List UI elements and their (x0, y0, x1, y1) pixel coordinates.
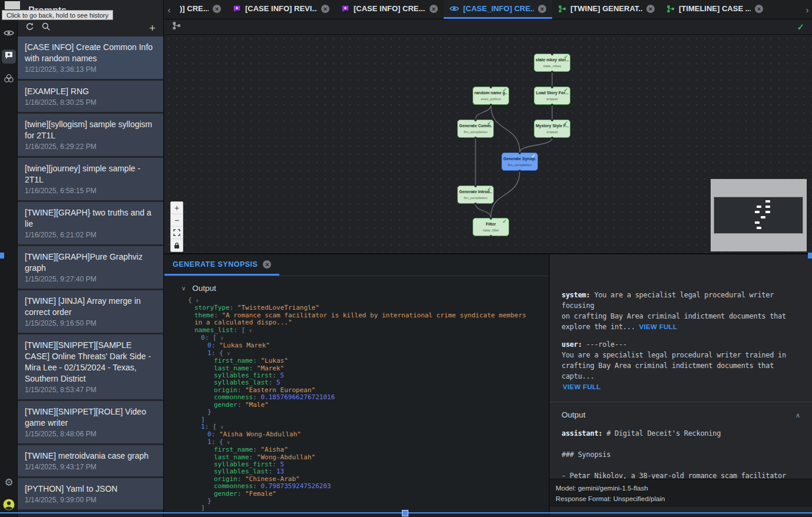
prompt-title: [TWINE][GRAPH]Pure Graphviz graph (25, 251, 156, 274)
tab-label: )] CRE... (180, 4, 209, 13)
graph-node-gen_common[interactable]: ✓Generate Comm...llm_completion (457, 120, 494, 138)
tab-bar: ‹ )] CRE...×[CASE INFO] REVI...×[CASE IN… (164, 0, 812, 19)
view-full-link[interactable]: VIEW FULL (563, 382, 806, 392)
tab-close-icon[interactable]: × (646, 5, 655, 13)
prompt-list-item[interactable]: [TWINE] [JINJA] Array merge in correct o… (18, 290, 163, 333)
json-line: 0: [ ∨ (188, 334, 549, 342)
tab-close-icon[interactable]: × (430, 5, 438, 13)
eye-icon (4, 28, 14, 39)
graph-node-mystery_style[interactable]: ✓Mystery Style F...snippet (534, 120, 570, 138)
prompt-list-item[interactable]: [TWINE][GRAPH} two truths and a lie1/16/… (18, 202, 163, 244)
minimap-node (755, 211, 760, 213)
node-check-icon: ✓ (563, 87, 568, 93)
tab-5[interactable]: [TIMELINE] CASE ...× (661, 0, 769, 19)
graph-check-icon: ✓ (797, 22, 804, 32)
minimap-node (755, 221, 760, 224)
graph-node-state_mkey[interactable]: ✓state mkey stor...state_mkey (534, 54, 570, 72)
prompts-nav-button[interactable] (2, 49, 16, 64)
minimap-node (765, 200, 770, 203)
graph-node-filter[interactable]: ✓Filterstate_filter (473, 218, 509, 236)
knot-nav-button[interactable] (2, 72, 16, 87)
zoom-out-button[interactable]: − (171, 214, 183, 227)
resize-handle[interactable] (402, 510, 408, 516)
chat-plus-icon (4, 51, 14, 62)
system-role-label: system: (562, 291, 590, 299)
node-title: Filter (486, 221, 496, 227)
tab-close-icon[interactable]: × (321, 5, 329, 13)
json-line: } (188, 498, 549, 505)
tab-2[interactable]: [CASE INFO] CRE...× (335, 0, 444, 19)
prompt-list: [CASE INFO] Create Common Info with rand… (18, 37, 163, 517)
tab-4[interactable]: [TWINE] GENERAT...× (552, 0, 661, 19)
prompt-list-item[interactable]: [PYTHON] Yaml to JSON1/14/2025, 9:39:00 … (18, 478, 163, 509)
node-check-icon: ✓ (487, 186, 491, 192)
pipeline-icon[interactable] (172, 21, 181, 32)
tab-label: [CASE INFO] CRE... (354, 4, 425, 13)
prompt-list-item[interactable]: [twine][syllogism] sample syllogism for … (18, 114, 163, 156)
assistant-role-label: assistant: (562, 429, 602, 438)
prompt-list-item[interactable]: [EXAMPLE] RNG1/16/2025, 8:30:25 PM (18, 81, 163, 112)
json-line: 1: { ∨ (188, 350, 549, 357)
graph-node-load_story[interactable]: ✓Load Story For...snippet (534, 87, 570, 105)
viewer-nav-button[interactable] (2, 26, 16, 41)
tabs-scroll-right-icon[interactable]: › (803, 0, 812, 19)
minimap-node (765, 206, 770, 208)
node-subtitle: llm_completion (464, 195, 487, 200)
tab-0[interactable]: )] CRE...× (174, 0, 227, 19)
view-full-link[interactable]: VIEW FULL (639, 323, 678, 330)
main-area: ‹ )] CRE...×[CASE INFO] REVI...×[CASE IN… (164, 0, 812, 517)
prompt-list-item[interactable]: [TWINE][SNIPPET][SAMPLE CASE] Online Thr… (18, 334, 163, 399)
prompt-list-item[interactable]: [twine][journey] simple sample - 2T1L1/1… (18, 158, 163, 200)
prompt-timestamp: 1/14/2025, 9:43:17 PM (25, 463, 156, 472)
prompt-list-item[interactable]: [TWINE] metroidvania case graph1/14/2025… (18, 445, 163, 476)
tab-close-icon[interactable]: × (755, 5, 763, 13)
json-line: } (188, 409, 549, 416)
panel-tab-close-icon[interactable]: × (263, 260, 271, 269)
minimap-node (761, 216, 765, 218)
output-json: { ∨storyType: "TwistedLoveTriangle"theme… (164, 297, 549, 512)
chevron-up-icon[interactable]: ∧ (796, 410, 800, 420)
tabs-scroll-left-icon[interactable]: ‹ (164, 0, 174, 19)
tab-close-icon[interactable]: × (213, 5, 221, 13)
collapse-caret-icon[interactable]: ∨ (181, 285, 186, 291)
prompt-list-item[interactable]: [TWINE][SNIPPET][ROLE] Video game writer… (18, 401, 163, 443)
prompt-list-item[interactable]: [TWINE][GRAPH]Pure Graphviz graph1/15/20… (18, 246, 163, 289)
prompt-timestamp: 1/16/2025, 8:30:25 PM (25, 98, 156, 107)
prompt-title: [TWINE][GRAPH} two truths and a lie (25, 207, 156, 230)
back-button[interactable] (5, 1, 20, 9)
settings-button[interactable]: ⚙ (2, 475, 16, 489)
prompt-icon (233, 5, 241, 13)
prompt-list-item[interactable]: [CASE INFO] Create Common Info with rand… (18, 37, 163, 79)
tab-close-icon[interactable]: × (538, 5, 546, 13)
graph-node-gen_intro[interactable]: ✓Generate Introd...llm_completion (457, 185, 494, 204)
add-prompt-button[interactable]: + (149, 22, 156, 34)
tab-label: [TWINE] GENERAT... (570, 4, 642, 13)
fit-view-button[interactable] (171, 227, 183, 239)
node-check-icon: ✓ (502, 87, 507, 93)
graph-canvas[interactable]: + − ✓state mkey stor...state_mkey✓random… (164, 35, 812, 254)
tab-3[interactable]: [CASE_INFO] CRE...× (444, 0, 552, 19)
prompt-timestamp: 1/15/2025, 9:16:50 PM (25, 319, 156, 328)
graph-node-gen_synopsis[interactable]: ✓Generate Synop...llm_completion (501, 153, 538, 171)
tab-1[interactable]: [CASE INFO] REVI...× (227, 0, 335, 19)
json-line: ] (188, 505, 549, 512)
tab-label: [CASE_INFO] CRE... (463, 4, 534, 13)
tab-label: [TIMELINE] CASE ... (679, 4, 751, 13)
prompt-timestamp: 1/14/2025, 9:39:00 PM (25, 496, 156, 505)
node-subtitle: llm_completion (464, 130, 487, 134)
lock-button[interactable] (171, 239, 183, 251)
user-avatar[interactable] (2, 499, 16, 513)
search-icon[interactable] (42, 22, 50, 33)
node-subtitle: llm_completion (508, 163, 532, 167)
minimap[interactable] (711, 179, 807, 251)
tab-generate-synopsis[interactable]: GENERATE SYNOPSIS × (164, 254, 279, 276)
footer-strip (550, 507, 812, 515)
split-handle-right[interactable] (808, 253, 812, 258)
split-handle-left[interactable] (0, 253, 4, 258)
refresh-icon[interactable] (25, 22, 34, 34)
zoom-in-button[interactable]: + (171, 202, 183, 214)
node-subtitle: exec_python (481, 97, 501, 101)
prompt-timestamp: 1/15/2025, 8:48:06 PM (25, 430, 156, 439)
output-header-label: Output (562, 410, 586, 420)
graph-node-random_name[interactable]: ✓random name g...exec_python (473, 87, 509, 105)
